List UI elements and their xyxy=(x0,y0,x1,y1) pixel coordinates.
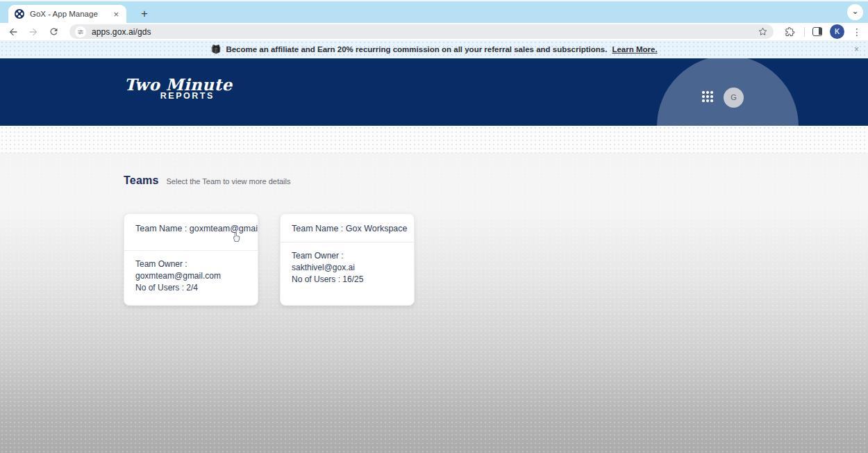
banner-message: Become an affiliate and Earn 20% recurri… xyxy=(226,45,607,53)
two-minute-reports-logo[interactable]: Two Minute REPORTS xyxy=(124,75,233,101)
team-name: Team Name : goxmteam@gmail... xyxy=(124,214,258,251)
team-owner: Team Owner : goxmteam@gmail.com xyxy=(135,258,247,282)
header-texture-band xyxy=(0,126,868,154)
reload-icon[interactable] xyxy=(47,25,60,39)
toolbar-right-cluster: K ⋮ xyxy=(783,24,862,39)
learn-more-link[interactable]: Learn More. xyxy=(612,45,657,53)
teams-heading-row: Teams Select the Team to view more detai… xyxy=(124,174,290,187)
page-subtitle: Select the Team to view more details xyxy=(167,177,291,186)
tab-search-chevron-icon[interactable]: ⌄ xyxy=(847,4,863,20)
team-user-count: No of Users : 16/25 xyxy=(292,274,403,286)
main-content: Teams Select the Team to view more detai… xyxy=(0,154,868,453)
team-card-gox-workspace[interactable]: Team Name : Gox Workspace Team Owner : s… xyxy=(280,213,415,306)
browser-tab[interactable]: GoX - App Manage × xyxy=(8,5,126,23)
site-settings-icon[interactable] xyxy=(75,26,86,38)
back-icon[interactable] xyxy=(6,25,20,39)
team-owner: Team Owner : sakthivel@gox.ai xyxy=(292,250,403,274)
banner-close-icon[interactable]: × xyxy=(854,44,859,54)
extensions-icon[interactable] xyxy=(783,25,796,39)
tab-strip: GoX - App Manage × + ⌄ xyxy=(0,0,868,23)
apps-grid-icon[interactable] xyxy=(702,91,714,103)
team-name: Team Name : Gox Workspace xyxy=(281,214,414,242)
side-panel-icon[interactable] xyxy=(812,27,822,36)
bookmark-star-icon[interactable] xyxy=(758,26,768,37)
new-tab-button[interactable]: + xyxy=(137,6,152,22)
gox-favicon-icon xyxy=(15,9,24,19)
app-header: Two Minute REPORTS G xyxy=(0,58,868,126)
affiliate-banner: 🎁 Become an affiliate and Earn 20% recur… xyxy=(0,40,868,58)
team-user-count: No of Users : 2/4 xyxy=(135,282,247,294)
browser-profile-avatar[interactable]: K xyxy=(830,24,844,39)
forward-icon xyxy=(26,25,40,39)
browser-window: GoX - App Manage × + ⌄ apps.gox.ai/gds xyxy=(0,0,868,453)
team-card-details: Team Owner : goxmteam@gmail.com No of Us… xyxy=(124,251,258,305)
team-card-goxmteam[interactable]: Team Name : goxmteam@gmail... Team Owner… xyxy=(124,213,258,306)
address-bar[interactable]: apps.gox.ai/gds xyxy=(69,24,774,39)
gift-icon: 🎁 xyxy=(210,44,221,54)
url-text[interactable]: apps.gox.ai/gds xyxy=(92,27,151,37)
toolbar-divider xyxy=(804,27,805,37)
browser-menu-icon[interactable]: ⋮ xyxy=(852,27,862,37)
page-title: Teams xyxy=(124,174,159,187)
tab-close-icon[interactable]: × xyxy=(112,10,120,19)
tab-title: GoX - App Manage xyxy=(30,10,106,18)
team-card-details: Team Owner : sakthivel@gox.ai No of User… xyxy=(281,242,414,297)
account-avatar[interactable]: G xyxy=(724,88,744,108)
browser-toolbar: apps.gox.ai/gds K ⋮ xyxy=(0,23,868,40)
team-cards-row: Team Name : goxmteam@gmail... Team Owner… xyxy=(124,213,415,306)
